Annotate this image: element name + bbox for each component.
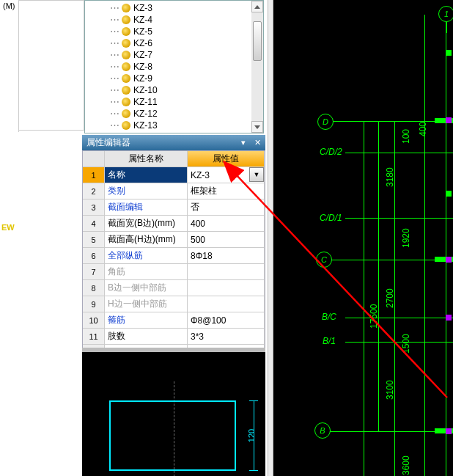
property-row[interactable]: 1名称KZ-3▼	[83, 167, 265, 183]
tree-item-label: KZ-13	[133, 120, 158, 131]
property-value-cell[interactable]: 3*3	[188, 329, 265, 344]
row-number: 4	[83, 216, 105, 231]
cad-viewport[interactable]: 1 DCB C/D/2C/D/1B/CB/1 31801920270015003…	[273, 0, 453, 476]
property-editor-title: 属性编辑器	[86, 136, 130, 149]
axis-marker: B	[314, 422, 331, 439]
sub-axis-label: C/D/1	[320, 213, 342, 223]
dropdown-button[interactable]: ▼	[249, 167, 264, 182]
bullet-icon	[122, 51, 130, 59]
property-value-cell[interactable]: 500	[188, 232, 265, 247]
dimension-text: 3100	[385, 380, 395, 400]
property-name-cell: 截面编辑	[105, 199, 188, 215]
tree-item[interactable]: ⋯KZ-5	[85, 26, 263, 37]
tree-item-label: KZ-12	[133, 109, 158, 119]
row-number: 5	[83, 232, 105, 247]
bullet-icon	[122, 4, 130, 12]
property-row[interactable]: 6全部纵筋8Φ18	[83, 248, 265, 264]
property-name-cell: B边一侧中部筋	[105, 280, 188, 296]
dimension-text: 2700	[385, 288, 395, 308]
pin-button[interactable]: ▾	[237, 136, 249, 148]
header-property-name[interactable]: 属性名称	[105, 151, 188, 166]
tree-item[interactable]: ⋯KZ-13	[85, 120, 263, 131]
property-row[interactable]: 8B边一侧中部筋	[83, 280, 265, 296]
property-name-cell: 全部纵筋	[105, 248, 188, 263]
header-property-value[interactable]: 属性值	[188, 151, 265, 166]
scroll-up-button[interactable]	[251, 1, 263, 12]
bullet-icon	[122, 62, 130, 71]
property-value-cell[interactable]: 400	[188, 216, 265, 231]
bullet-icon	[122, 121, 130, 130]
dimension-text: 100	[401, 129, 411, 144]
ew-label: EW	[1, 223, 15, 232]
tree-item[interactable]: ⋯KZ-3	[85, 2, 263, 14]
tree-item-label: KZ-8	[133, 62, 152, 72]
property-row[interactable]: 4截面宽(B边)(mm)400	[83, 216, 265, 232]
property-row[interactable]: 7角筋	[83, 264, 265, 280]
property-value-cell[interactable]: 8Φ18	[188, 248, 265, 263]
close-button[interactable]: ✕	[251, 136, 263, 148]
property-name-cell: 截面宽(B边)(mm)	[105, 216, 188, 231]
property-row[interactable]: 5截面高(H边)(mm)500	[83, 232, 265, 248]
row-number: 11	[83, 329, 105, 344]
bullet-icon	[122, 98, 130, 106]
sub-axis-label: C/D/2	[320, 147, 342, 157]
scroll-down-button[interactable]	[251, 121, 263, 133]
property-value-cell[interactable]	[188, 296, 265, 312]
tree-item[interactable]: ⋯KZ-10	[85, 84, 263, 96]
property-value-cell[interactable]: 框架柱	[188, 183, 265, 199]
property-row[interactable]: 3截面编辑否	[83, 199, 265, 216]
left-tag-label: (M)	[3, 1, 15, 10]
property-editor-titlebar[interactable]: 属性编辑器 ▾ ✕	[82, 135, 265, 150]
property-row[interactable]: 11肢数3*3	[83, 329, 265, 345]
header-rownum[interactable]	[83, 151, 105, 166]
scroll-thumb[interactable]	[253, 21, 262, 61]
property-row[interactable]: 9H边一侧中部筋	[83, 296, 265, 312]
tree-scrollbar[interactable]	[251, 1, 263, 133]
property-value-cell[interactable]	[188, 264, 265, 279]
property-name-cell: 名称	[105, 167, 188, 183]
close-icon: ✕	[254, 138, 261, 147]
row-number: 7	[83, 264, 105, 279]
property-row[interactable]: 2类别框架柱	[83, 183, 265, 199]
bullet-icon	[122, 27, 130, 36]
property-name-cell: H边一侧中部筋	[105, 296, 188, 312]
tree-item[interactable]: ⋯KZ-7	[85, 49, 263, 61]
tree-item[interactable]: ⋯KZ-11	[85, 96, 263, 108]
property-value-cell[interactable]: Φ8@100	[188, 312, 265, 328]
property-value-cell[interactable]: 否	[188, 199, 265, 215]
vertical-splitter[interactable]	[268, 0, 273, 476]
section-preview: 120	[82, 348, 265, 476]
blank-panel	[18, 0, 84, 131]
tree-item[interactable]: ⋯KZ-6	[85, 37, 263, 49]
chevron-down-icon: ▼	[254, 171, 260, 178]
property-name-cell: 类别	[105, 183, 188, 199]
bullet-icon	[122, 74, 130, 83]
tree-item-label: KZ-3	[133, 3, 152, 13]
tree-item[interactable]: ⋯KZ-12	[85, 108, 263, 120]
tree-item[interactable]: ⋯KZ-9	[85, 73, 263, 84]
dimension-text: 17500	[369, 304, 379, 329]
property-value-cell[interactable]	[188, 280, 265, 296]
bullet-icon	[122, 109, 130, 118]
sub-axis-label: B/C	[322, 312, 336, 322]
dimension-text: 3180	[385, 167, 395, 187]
row-number: 6	[83, 248, 105, 263]
property-name-cell: 角筋	[105, 264, 188, 279]
tree-item-label: KZ-4	[133, 15, 152, 25]
tree-item[interactable]: ⋯KZ-8	[85, 61, 263, 73]
dimension-text: 1500	[401, 334, 411, 354]
bullet-icon	[122, 86, 130, 95]
tree-item[interactable]: ⋯KZ-4	[85, 14, 263, 26]
preview-dim-h-label: 120	[247, 429, 256, 442]
axis-marker: C	[316, 252, 332, 268]
dimension-text: 400	[418, 122, 428, 136]
preview-rect	[109, 400, 236, 471]
tree-item-label: KZ-5	[133, 26, 152, 37]
row-number: 9	[83, 296, 105, 312]
axis-marker: D	[317, 114, 334, 130]
property-value-cell[interactable]: KZ-3▼	[188, 167, 265, 183]
tree-item-label: KZ-6	[133, 38, 152, 48]
property-row[interactable]: 10箍筋Φ8@100	[83, 312, 265, 329]
property-editor-panel: 属性编辑器 ▾ ✕ 属性名称 属性值 1名称KZ-3▼2类别框架柱3截面编辑否4…	[82, 135, 265, 378]
bullet-icon	[122, 39, 130, 48]
